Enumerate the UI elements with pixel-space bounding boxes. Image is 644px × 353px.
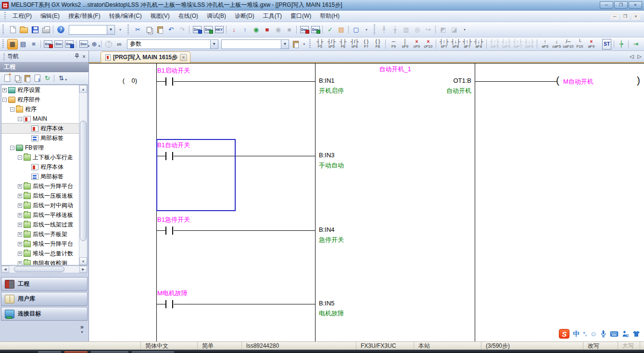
tree-item-program[interactable]: - 程序 — [1, 104, 79, 114]
tree-expander[interactable]: + — [2, 88, 7, 92]
save-project-icon[interactable] — [29, 24, 40, 35]
open-project-icon[interactable] — [18, 24, 29, 35]
horizontal-line-key[interactable]: ─F9 — [388, 38, 399, 50]
device-comment-icon[interactable]: Dev — [191, 24, 202, 35]
scroll-down-arrow[interactable]: ▼ — [79, 257, 87, 265]
toolbar-overflow-button[interactable]: ▾ — [302, 38, 306, 50]
monitor-start-icon[interactable]: ◉ — [251, 24, 262, 35]
tree-expander[interactable]: + — [18, 194, 22, 198]
tree-item-fb[interactable]: + 后线一齐板架 — [1, 229, 79, 239]
close-icon[interactable]: × — [82, 54, 86, 60]
toolbox-icon[interactable]: 4B — [622, 330, 629, 338]
tree-item-fb[interactable]: + 后线一压板送板 — [1, 191, 79, 201]
tree-item-fb[interactable]: + 后线一线架过渡 — [1, 220, 79, 229]
tree-expander[interactable]: + — [18, 203, 22, 208]
tree-horizontal-scrollbar[interactable]: ◀ ▶ — [1, 265, 88, 273]
navigation-window-icon[interactable]: ▦ — [7, 39, 18, 50]
device-find-dropdown-icon[interactable]: ⊕ — [89, 39, 100, 50]
skin-shirt-icon[interactable] — [632, 330, 640, 337]
coil-key[interactable]: ( )F7 — [360, 38, 372, 50]
tree-item-fb[interactable]: - 上下板小车行走 — [1, 152, 79, 162]
statement-icon[interactable]: ▤ — [336, 24, 347, 35]
mdi-minimize-button[interactable]: ─ — [610, 13, 619, 20]
taskbar-item[interactable] — [64, 351, 88, 353]
tree-item-program-body[interactable]: 程序本体 — [1, 162, 79, 172]
find-icon[interactable]: ∞ — [114, 39, 125, 50]
paste-icon[interactable] — [154, 24, 165, 35]
work-window-icon[interactable]: ≡ — [28, 39, 39, 50]
sogou-logo-icon[interactable]: S — [559, 329, 569, 339]
tree-expander[interactable]: + — [18, 213, 22, 217]
device-display-dropdown-icon[interactable]: Dev — [78, 39, 89, 50]
nav-project-button[interactable]: 工程 — [1, 277, 88, 291]
tree-item-fb[interactable]: + 堆垛一升降平台 — [1, 239, 79, 249]
tab-prg-main[interactable]: [PRG]写入 MAIN 1615步 × — [101, 51, 190, 63]
monitor-stop-icon[interactable]: ■ — [262, 24, 273, 35]
menu-item[interactable]: 转换/编译(C) — [105, 11, 146, 22]
chevron-down-icon[interactable]: ▼ — [210, 40, 218, 49]
device-memory-icon[interactable]: Dev — [53, 39, 64, 50]
menu-item[interactable]: 搜索/替换(F) — [64, 11, 105, 22]
refresh-icon[interactable]: ↻ — [42, 73, 52, 83]
new-object-icon[interactable] — [2, 73, 12, 83]
taskbar-item[interactable] — [90, 351, 129, 353]
close-button[interactable]: × — [629, 1, 642, 9]
panel-splitter[interactable]: ········· — [0, 273, 88, 277]
tree-expander[interactable]: + — [18, 242, 22, 246]
toolbar-overflow-button[interactable]: ▾ — [364, 24, 369, 35]
tree-item-fb[interactable]: + 后线一对中阀动 — [1, 201, 79, 210]
sort-filter-icon[interactable]: ⇅ — [56, 73, 66, 83]
tree-expander[interactable]: - — [10, 146, 14, 150]
tree-item-fb[interactable]: + 后线一升降平台 — [1, 181, 79, 191]
delete-line-key[interactable]: ×aF9 — [585, 38, 597, 50]
taskbar-item[interactable] — [131, 351, 175, 353]
chevron-down-icon[interactable]: ▼ — [107, 25, 114, 34]
tree-expander[interactable]: + — [18, 261, 22, 265]
scrollbar-thumb[interactable] — [80, 121, 87, 241]
line-draw-key[interactable]: └F10 — [574, 38, 585, 50]
restore-button[interactable]: ❐ — [614, 1, 628, 9]
falling-pulse-key[interactable]: ┤↓├sF8 — [450, 38, 461, 50]
punctuation-icon[interactable]: °, — [583, 331, 586, 337]
tree-item-fb[interactable]: + 电阻有效检测 — [1, 258, 79, 265]
tree-expander[interactable]: - — [2, 98, 7, 102]
tree-expander[interactable]: - — [18, 155, 22, 160]
ladder-editor-canvas[interactable]: ( 0) 自动开机_1 OT1:B 自动开机 ( M自动开机 ) B1启动开关 — [89, 63, 644, 341]
copy-icon[interactable] — [143, 24, 154, 35]
output-coil-label[interactable]: M自动开机 — [563, 77, 593, 86]
window-select-combo[interactable]: 参数▼ — [127, 39, 218, 49]
device-registration-monitor-icon[interactable]: Dev — [310, 24, 321, 35]
toolbar-overflow-button[interactable]: ▾ — [117, 24, 123, 35]
tree-item-local-label[interactable]: 局部标签 — [1, 172, 79, 181]
quick-access-combo[interactable]: ▼ — [69, 25, 115, 35]
taskbar-item[interactable] — [38, 351, 62, 353]
falling-pulse-branch-key[interactable]: ┤↓├aF8 — [473, 38, 484, 50]
cut-icon[interactable]: ✂ — [132, 24, 143, 35]
tree-item-fb[interactable]: + 堆垛一总量计数 — [1, 249, 79, 258]
microphone-icon[interactable] — [600, 330, 606, 338]
new-project-icon[interactable] — [7, 24, 18, 35]
help-icon[interactable]: ? — [55, 24, 66, 35]
tree-item-pou[interactable]: - 程序部件 — [1, 95, 79, 104]
tree-expander[interactable]: + — [18, 184, 22, 189]
nav-userlib-button[interactable]: 用户库 — [1, 292, 88, 306]
menu-item[interactable]: 工具(T) — [259, 11, 286, 22]
property-icon[interactable] — [32, 73, 42, 83]
mdi-close-button[interactable]: × — [631, 13, 640, 20]
invert-operation-key[interactable]: ↑aF5 — [539, 38, 551, 50]
scroll-up-arrow[interactable]: ▲ — [79, 85, 87, 93]
read-from-plc-icon[interactable]: ↑ — [240, 24, 251, 35]
toolbar-overflow-button[interactable]: ▾ — [462, 24, 467, 35]
open-branch-key[interactable]: ┤├F6 — [337, 38, 349, 50]
write-to-plc-icon[interactable]: ↓ — [228, 24, 240, 35]
delete-vertical-line-key[interactable]: ×cF10 — [422, 38, 434, 50]
convert-operation-key[interactable]: ↓caF5 — [551, 38, 562, 50]
rising-pulse-key[interactable]: ┤↑├sF7 — [438, 38, 450, 50]
scrollbar-thumb[interactable] — [14, 266, 64, 272]
application-instruction-key[interactable]: { }F8 — [372, 38, 383, 50]
tab-scroll-right-icon[interactable]: ▷ — [638, 53, 642, 60]
menu-item[interactable]: 工程(P) — [8, 11, 36, 22]
vertical-line-key[interactable]: │sF9 — [399, 38, 411, 50]
pin-icon[interactable] — [75, 53, 79, 60]
tree-expander[interactable]: + — [18, 252, 22, 256]
